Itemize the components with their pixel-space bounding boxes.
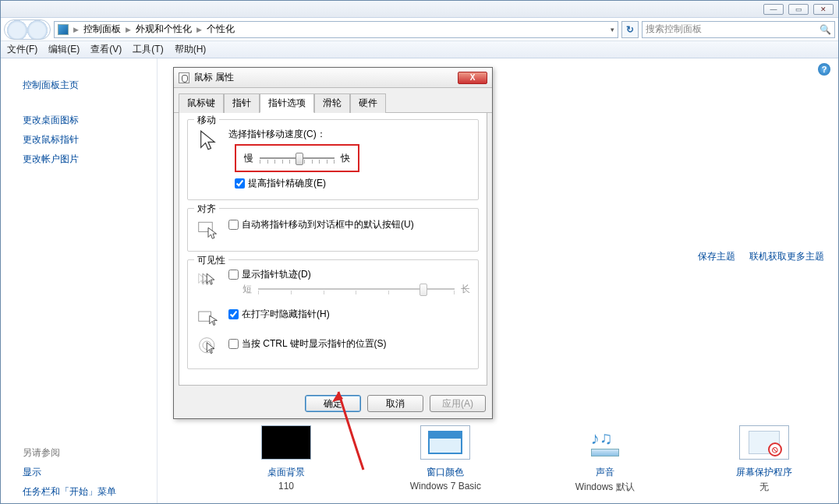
ctrl-locate-checkbox[interactable]: 当按 CTRL 键时显示指针的位置(S): [228, 337, 470, 351]
search-icon: 🔍: [820, 24, 831, 35]
address-row: ▶ 控制面板 ▶ 外观和个性化 ▶ 个性化 ▾ ↻ 搜索控制面板 🔍: [1, 18, 838, 41]
menu-view[interactable]: 查看(V): [90, 43, 122, 56]
search-placeholder: 搜索控制面板: [646, 23, 702, 36]
tab-pointers[interactable]: 指针: [224, 93, 260, 113]
sidebar-desktop-icons[interactable]: 更改桌面图标: [23, 114, 157, 127]
sidebar-display[interactable]: 显示: [23, 466, 157, 479]
hide-pointer-checkbox[interactable]: 在打字时隐藏指针(H): [228, 308, 470, 321]
snap-to-icon: [196, 217, 221, 241]
group-legend: 移动: [194, 114, 219, 127]
tile-subcaption: Windows 7 Basic: [410, 481, 481, 492]
pointer-trail-checkbox[interactable]: 显示指针轨迹(D): [228, 268, 470, 281]
breadcrumb-l3[interactable]: 个性化: [207, 23, 235, 36]
control-panel-icon: [58, 24, 69, 35]
cancel-button[interactable]: 取消: [367, 395, 423, 412]
save-theme-link[interactable]: 保存主题: [698, 250, 735, 263]
address-bar[interactable]: ▶ 控制面板 ▶ 外观和个性化 ▶ 个性化 ▾: [54, 21, 618, 38]
dialog-close-button[interactable]: X: [458, 72, 487, 84]
window-color-thumb: [420, 425, 470, 460]
theme-links: 保存主题 联机获取更多主题: [698, 250, 824, 263]
svg-rect-1: [199, 312, 211, 321]
trail-length-slider: [258, 281, 455, 297]
sidebar-account-picture[interactable]: 更改帐户图片: [23, 153, 157, 166]
fast-label: 快: [341, 152, 350, 165]
snap-to-label: 自动将指针移动到对话框中的默认按钮(U): [242, 218, 414, 231]
pointer-trail-label: 显示指针轨迹(D): [242, 268, 311, 281]
breadcrumb-root[interactable]: 控制面板: [83, 23, 121, 36]
pointer-trail-icon: [196, 268, 221, 293]
tile-desktop-background[interactable]: 桌面背景 110: [220, 425, 352, 494]
tile-window-color[interactable]: 窗口颜色 Windows 7 Basic: [379, 425, 512, 494]
pointer-trail-input[interactable]: [228, 270, 239, 280]
apply-button[interactable]: 应用(A): [430, 395, 486, 412]
sidebar-home[interactable]: 控制面板主页: [23, 79, 157, 92]
tile-sounds[interactable]: ♪♫ 声音 Windows 默认: [539, 425, 671, 494]
search-input[interactable]: 搜索控制面板 🔍: [642, 21, 835, 38]
refresh-button[interactable]: ↻: [621, 21, 639, 38]
ctrl-locate-input[interactable]: [228, 339, 239, 349]
maximize-button[interactable]: ▭: [788, 4, 809, 15]
dialog-titlebar[interactable]: 鼠标 属性 X: [174, 68, 492, 88]
nav-back-forward[interactable]: [4, 19, 51, 40]
pointer-speed-slider[interactable]: [260, 150, 335, 166]
snap-to-checkbox[interactable]: 自动将指针移动到对话框中的默认按钮(U): [228, 218, 470, 231]
snap-to-input[interactable]: [228, 220, 239, 230]
chevron-right-icon: ▶: [126, 26, 131, 33]
short-label: 短: [242, 283, 252, 296]
menu-tools[interactable]: 工具(T): [133, 43, 163, 56]
group-legend: 可见性: [194, 254, 228, 267]
enhance-precision-label: 提高指针精确度(E): [248, 177, 326, 190]
ok-button[interactable]: 确定: [305, 395, 361, 412]
chevron-right-icon: ▶: [196, 26, 202, 33]
ctrl-locate-label: 当按 CTRL 键时显示指针的位置(S): [242, 337, 387, 351]
sidebar-see-also: 另请参阅: [23, 446, 157, 460]
hide-pointer-icon: [196, 305, 221, 330]
sounds-thumb: ♪♫: [580, 425, 630, 460]
speed-highlight-box: 慢 快: [235, 144, 359, 172]
slider-thumb[interactable]: [296, 153, 303, 165]
help-icon[interactable]: ?: [818, 63, 830, 76]
pointer-speed-label: 选择指针移动速度(C)：: [228, 128, 470, 141]
enhance-precision-input[interactable]: [235, 178, 245, 189]
tab-wheel[interactable]: 滑轮: [314, 93, 350, 113]
sidebar-taskbar[interactable]: 任务栏和「开始」菜单: [23, 485, 157, 499]
window-titlebar: — ▭ ✕: [1, 1, 838, 18]
tab-buttons[interactable]: 鼠标键: [179, 93, 224, 113]
slow-label: 慢: [244, 152, 253, 165]
tile-caption: 屏幕保护程序: [736, 466, 792, 479]
minimize-button[interactable]: —: [763, 4, 784, 15]
sidebar-mouse-pointer[interactable]: 更改鼠标指针: [23, 133, 157, 146]
group-visibility: 可见性 显示指针轨迹(D) 短: [187, 259, 479, 369]
dialog-buttons: 确定 取消 应用(A): [174, 390, 492, 418]
menu-edit[interactable]: 编辑(E): [48, 43, 80, 56]
cursor-arrow-icon: [196, 128, 221, 153]
dialog-title: 鼠标 属性: [194, 71, 234, 84]
hide-pointer-input[interactable]: [228, 309, 239, 319]
tab-pointer-options[interactable]: 指针选项: [260, 93, 314, 113]
group-legend: 对齐: [194, 203, 219, 216]
more-themes-link[interactable]: 联机获取更多主题: [749, 250, 824, 263]
chevron-right-icon: ▶: [73, 26, 79, 33]
group-snap-to: 对齐 自动将指针移动到对话框中的默认按钮(U): [187, 208, 479, 252]
menu-help[interactable]: 帮助(H): [175, 43, 207, 56]
close-button[interactable]: ✕: [813, 4, 834, 15]
ctrl-locate-icon: [196, 334, 221, 359]
dialog-tabs: 鼠标键 指针 指针选项 滑轮 硬件: [174, 88, 492, 113]
breadcrumb-l2[interactable]: 外观和个性化: [136, 23, 192, 36]
desktop-bg-thumb: [261, 425, 311, 460]
tile-caption: 桌面背景: [267, 466, 305, 479]
addr-dropdown-icon[interactable]: ▾: [611, 26, 614, 33]
sidebar: 控制面板主页 更改桌面图标 更改鼠标指针 更改帐户图片 另请参阅 显示 任务栏和…: [1, 58, 157, 503]
menu-file[interactable]: 文件(F): [7, 43, 37, 56]
group-motion: 移动 选择指针移动速度(C)： 慢 快: [187, 119, 479, 200]
tab-hardware[interactable]: 硬件: [350, 93, 386, 113]
dialog-body: 移动 选择指针移动速度(C)： 慢 快: [179, 113, 487, 386]
tile-caption: 声音: [596, 466, 614, 479]
mouse-properties-dialog: 鼠标 属性 X 鼠标键 指针 指针选项 滑轮 硬件 移动 选择指针移动速度(C)…: [173, 67, 493, 419]
menu-bar: 文件(F) 编辑(E) 查看(V) 工具(T) 帮助(H): [1, 41, 838, 58]
hide-pointer-label: 在打字时隐藏指针(H): [242, 308, 330, 321]
tile-screensaver[interactable]: ⦸ 屏幕保护程序 无: [698, 425, 830, 494]
enhance-precision-checkbox[interactable]: 提高指针精确度(E): [235, 177, 470, 190]
long-label: 长: [461, 283, 470, 296]
mouse-icon: [179, 72, 189, 83]
